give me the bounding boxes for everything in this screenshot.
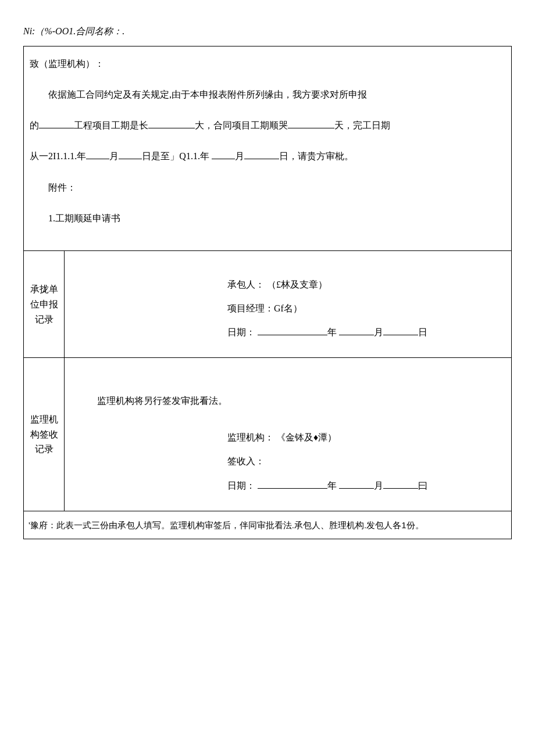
contractor-line: 承包人： （£林及支章） [227,274,500,295]
blank-day-c2[interactable] [383,479,418,489]
pm-note: Gf名） [274,303,302,313]
contractor-side-label: 承拢单位申报记录 [24,251,65,358]
blank-day2[interactable] [244,150,279,159]
header-text: Ni:（%-OO1.合同名称：. [23,26,124,36]
body3-b: 月 [109,151,119,161]
main-form-table: 致（监理机构）： 依据施工合同约定及有关规定,由于本申报表附件所列缘由，我方要求… [23,46,512,539]
contractor-side-text: 承拢单位申报记录 [27,282,61,327]
body-line-1: 依据施工合同约定及有关规定,由于本申报表附件所列缘由，我方要求对所申报 [30,84,505,105]
blank-month-c2[interactable] [339,479,374,489]
date-label-2: 日期： [227,481,255,490]
doc-header: Ni:（%-OO1.合同名称：. [23,23,512,40]
body3-c: 日是至」Q1.1.年 [142,151,209,161]
blank-day-c1[interactable] [383,326,418,335]
supervisor-side-label: 监理机构签收记录 [24,358,65,510]
org-line: 监理机构： 《金钵及♦潭） [227,427,500,447]
body3-e: 日，请贵方审枇。 [279,151,354,161]
receiver-label: 签收入： [227,456,265,466]
supervisor-date-line: 日期： 年 月曰 [227,475,500,496]
blank-month2[interactable] [212,150,235,159]
request-section: 致（监理机构）： 依据施工合同约定及有关规定,由于本申报表附件所列缘由，我方要求… [24,46,511,251]
supervisor-body: 监理机构将另行签发审批看法。 [88,393,500,410]
pm-line: 项目经理：Gf名） [227,298,500,318]
blank-year-1[interactable] [258,326,327,335]
body3-a: 从一2I1.1.1.年 [30,151,86,161]
contractor-note: （£林及支章） [267,280,327,289]
body2-a: 的 [30,120,39,130]
to-line: 致（监理机构）： [30,53,505,74]
blank-extend[interactable] [148,119,195,128]
contractor-date-line: 日期： 年 月日 [227,322,500,342]
year-1: 年 [327,327,337,337]
day-2: 曰 [418,481,427,490]
blank-month-c1[interactable] [339,326,374,335]
day-1: 日 [418,327,427,337]
body2-d: 天，完工日期 [334,120,390,130]
month-2: 月 [374,481,383,490]
date-label-1: 日期： [227,327,255,337]
month-1: 月 [374,327,383,337]
contractor-row: 承拢单位申报记录 承包人： （£林及支章） 项目经理：Gf名） 日期： 年 月日 [24,251,511,359]
supervisor-row: 监理机构签收记录 监理机构将另行签发审批看法。 监理机构： 《金钵及♦潭） 签收… [24,358,511,511]
attachment-item-1: 1.工期顺延申请书 [30,208,505,228]
org-label: 监理机构： [227,432,274,442]
contractor-sig-block: 承包人： （£林及支章） 项目经理：Gf名） 日期： 年 月日 [227,274,500,343]
pm-label: 项目经理： [227,303,274,313]
year-2: 年 [327,481,337,490]
contractor-label: 承包人： [227,280,265,289]
blank-year-2[interactable] [258,479,327,489]
footer-text: '豫府：此表一式三份由承包人填写。监理机构审签后，伴同审批看法.承包人、胜理机构… [28,520,424,530]
receiver-line: 签收入： [227,451,500,471]
blank-day1[interactable] [119,150,142,159]
supervisor-content: 监理机构将另行签发审批看法。 监理机构： 《金钵及♦潭） 签收入： 日期： 年 … [65,358,511,510]
body-line-2: 的工程项目工期是长大，合同项目工期顺哭天，完工日期 [30,115,505,135]
body2-b: 工程项目工期是长 [74,120,148,130]
blank-month1[interactable] [86,150,109,159]
contractor-content: 承包人： （£林及支章） 项目经理：Gf名） 日期： 年 月日 [65,251,511,358]
blank-project[interactable] [39,119,74,128]
supervisor-sig-block: 监理机构： 《金钵及♦潭） 签收入： 日期： 年 月曰 [227,427,500,496]
blank-days[interactable] [288,119,334,128]
org-note: 《金钵及♦潭） [276,432,337,442]
body-line-3: 从一2I1.1.1.年月日是至」Q1.1.年 月日，请贵方审枇。 [30,146,505,166]
body2-c: 大，合同项目工期顺哭 [195,120,288,130]
body3-d: 月 [235,151,244,161]
attachment-label: 附件： [30,177,505,198]
footer-note: '豫府：此表一式三份由承包人填写。监理机构审签后，伴同审批看法.承包人、胜理机构… [24,511,511,539]
supervisor-side-text: 监理机构签收记录 [27,412,61,457]
